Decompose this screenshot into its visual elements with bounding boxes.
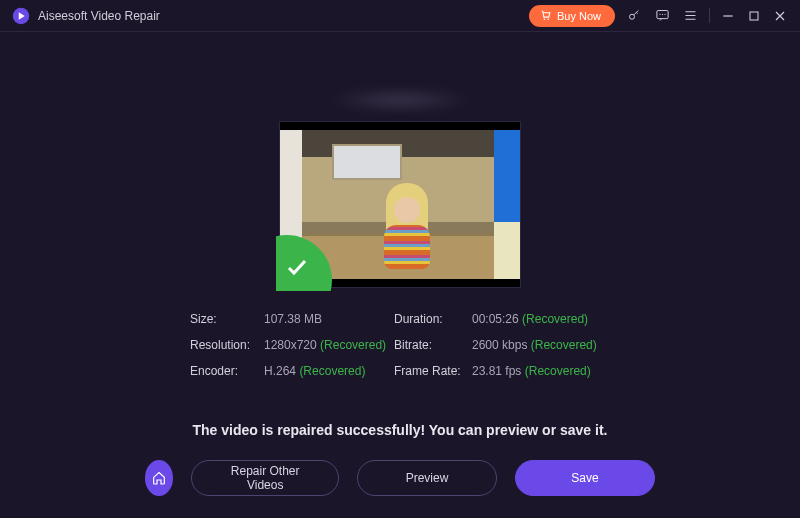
- resolution-value: 1280x720 (Recovered): [264, 338, 394, 352]
- app-title: Aiseesoft Video Repair: [38, 9, 160, 23]
- metadata-grid: Size: 107.38 MB Duration: 00:05:26 (Reco…: [190, 312, 610, 378]
- duration-label: Duration:: [394, 312, 472, 326]
- save-button[interactable]: Save: [515, 460, 655, 496]
- framerate-label: Frame Rate:: [394, 364, 472, 378]
- maximize-button[interactable]: [746, 8, 762, 24]
- repair-other-videos-button[interactable]: Repair Other Videos: [191, 460, 339, 496]
- home-icon: [151, 470, 167, 486]
- svg-point-5: [659, 14, 660, 15]
- svg-point-3: [629, 14, 634, 19]
- separator: [709, 8, 710, 23]
- framerate-value: 23.81 fps (Recovered): [472, 364, 610, 378]
- size-label: Size:: [190, 312, 264, 326]
- bitrate-value: 2600 kbps (Recovered): [472, 338, 610, 352]
- preview-button[interactable]: Preview: [357, 460, 497, 496]
- key-icon[interactable]: [625, 7, 643, 25]
- app-logo: [12, 7, 30, 25]
- encoder-label: Encoder:: [190, 364, 264, 378]
- duration-value: 00:05:26 (Recovered): [472, 312, 610, 326]
- bitrate-label: Bitrate:: [394, 338, 472, 352]
- menu-icon[interactable]: [681, 7, 699, 25]
- title-bar: Aiseesoft Video Repair Buy Now: [0, 0, 800, 32]
- size-value: 107.38 MB: [264, 312, 394, 326]
- svg-rect-8: [750, 12, 758, 20]
- cart-icon: [539, 9, 552, 22]
- svg-point-2: [547, 18, 549, 20]
- feedback-icon[interactable]: [653, 7, 671, 25]
- minimize-button[interactable]: [720, 8, 736, 24]
- buy-now-label: Buy Now: [557, 10, 601, 22]
- svg-point-6: [661, 14, 662, 15]
- encoder-value: H.264 (Recovered): [264, 364, 394, 378]
- success-check-icon: [276, 235, 332, 291]
- home-button[interactable]: [145, 460, 173, 496]
- video-thumbnail: [280, 122, 520, 287]
- filename-blurred: [330, 90, 470, 110]
- action-bar: Repair Other Videos Preview Save: [145, 460, 655, 496]
- svg-point-7: [664, 14, 665, 15]
- thumbnail-right-pane: [494, 130, 520, 279]
- resolution-label: Resolution:: [190, 338, 264, 352]
- close-button[interactable]: [772, 8, 788, 24]
- success-message: The video is repaired successfully! You …: [0, 422, 800, 438]
- buy-now-button[interactable]: Buy Now: [529, 5, 615, 27]
- svg-point-1: [544, 18, 546, 20]
